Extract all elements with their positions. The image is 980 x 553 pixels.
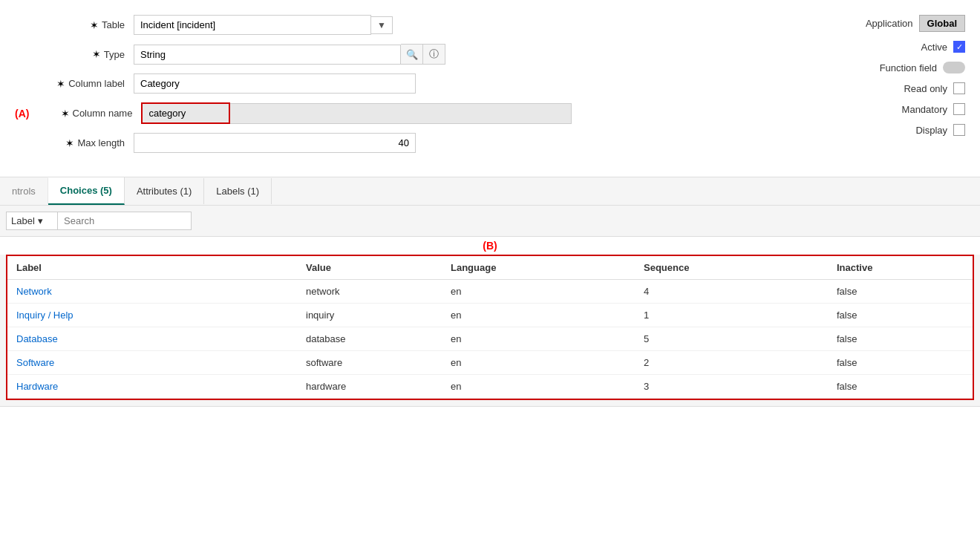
mandatory-row: Mandatory [824,103,965,115]
function-field-row: Function field [824,62,965,73]
function-field-label: Function field [880,62,937,73]
function-field-toggle[interactable] [943,62,965,73]
cell-inactive: false [828,327,973,351]
table-row: Software software en 2 false [7,351,973,375]
active-label: Active [921,42,947,53]
application-label: Application [866,18,913,29]
cell-label[interactable]: Software [7,351,297,375]
mandatory-label: Mandatory [902,104,947,115]
type-row-field: ✶ Type 🔍 ⓘ [15,44,572,65]
cell-inactive: false [828,375,973,399]
tabs-bar: ntrols Choices (5) Attributes (1) Labels… [0,177,980,206]
annotation-a: (A) [15,108,29,120]
column-name-label: ✶ Column name [33,108,141,120]
mandatory-checkbox[interactable] [953,103,965,115]
choices-table-wrapper: Label Value Language Sequence Inactive N… [6,255,974,400]
col-header-value: Value [297,256,442,280]
table-row: Network network en 4 false [7,280,973,304]
column-name-input[interactable] [141,102,230,124]
cell-label[interactable]: Database [7,327,297,351]
cell-language: en [442,351,635,375]
table-header: Label Value Language Sequence Inactive [7,256,973,280]
cell-inactive: false [828,304,973,327]
type-label: ✶ Type [15,48,134,60]
global-button[interactable]: Global [919,15,965,32]
active-row: Active [824,41,965,53]
column-label-input[interactable] [134,73,416,94]
tabs-section: ntrols Choices (5) Attributes (1) Labels… [0,177,980,407]
cell-inactive: false [828,351,973,375]
active-checkbox[interactable] [953,41,965,53]
display-row: Display [824,124,965,136]
tab-attributes[interactable]: Attributes (1) [125,178,204,204]
label-dropdown[interactable]: Label ▾ [6,212,58,230]
table-row: Inquiry / Help inquiry en 1 false [7,304,973,327]
right-panel: Application Global Active Function field… [802,15,965,162]
cell-value: inquiry [297,304,442,327]
type-input-wrapper: 🔍 ⓘ [134,44,445,65]
cell-language: en [442,327,635,351]
table-header-row: Label Value Language Sequence Inactive [7,256,973,280]
max-length-label: ✶ Max length [15,137,134,149]
max-length-row: ✶ Max length [15,133,572,153]
search-bar: Label ▾ [0,206,980,237]
cell-value: network [297,280,442,304]
table-row: Hardware hardware en 3 false [7,375,973,399]
display-label: Display [915,125,947,136]
choices-table: Label Value Language Sequence Inactive N… [7,256,973,399]
cell-language: en [442,280,635,304]
cell-value: hardware [297,375,442,399]
cell-sequence: 4 [635,280,828,304]
search-input[interactable] [58,212,192,230]
column-label-row: ✶ Column label [15,73,572,94]
tab-labels[interactable]: Labels (1) [204,178,272,204]
table-select[interactable]: Incident [incident] [134,15,371,35]
display-checkbox[interactable] [953,124,965,136]
col-header-inactive: Inactive [828,256,973,280]
cell-value: software [297,351,442,375]
column-name-rest [230,103,572,124]
read-only-row: Read only [824,82,965,94]
table-row: Database database en 5 false [7,327,973,351]
search-icon-btn[interactable]: 🔍 [401,44,423,65]
cell-inactive: false [828,280,973,304]
column-label-label: ✶ Column label [15,78,134,90]
table-label: ✶ Table [15,19,134,31]
cell-sequence: 1 [635,304,828,327]
max-length-input[interactable] [134,133,416,153]
tab-controls[interactable]: ntrols [0,178,48,204]
type-input[interactable] [134,45,401,65]
column-name-row: (A) ✶ Column name [15,102,572,124]
col-header-sequence: Sequence [635,256,828,280]
col-header-label: Label [7,256,297,280]
cell-sequence: 5 [635,327,828,351]
table-row-field: ✶ Table Incident [incident] ▼ [15,15,572,35]
col-header-language: Language [442,256,635,280]
read-only-checkbox[interactable] [953,82,965,94]
cell-label[interactable]: Network [7,280,297,304]
annotation-b: (B) [0,237,980,255]
cell-label[interactable]: Inquiry / Help [7,304,297,327]
table-select-wrapper: Incident [incident] ▼ [134,15,393,35]
cell-value: database [297,327,442,351]
cell-sequence: 3 [635,375,828,399]
cell-language: en [442,375,635,399]
cell-language: en [442,304,635,327]
read-only-label: Read only [904,83,947,94]
info-icon-btn[interactable]: ⓘ [423,44,445,65]
cell-label[interactable]: Hardware [7,375,297,399]
table-body: Network network en 4 false Inquiry / Hel… [7,280,973,399]
table-dropdown-btn[interactable]: ▼ [371,16,393,34]
application-row: Application Global [824,15,965,32]
tab-choices[interactable]: Choices (5) [48,177,125,205]
cell-sequence: 2 [635,351,828,375]
